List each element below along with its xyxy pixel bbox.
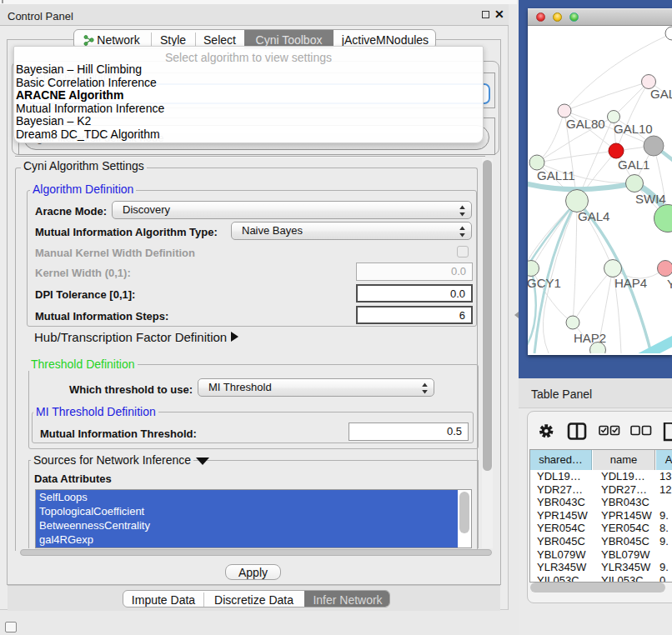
svg-text:HAP2: HAP2 xyxy=(574,331,606,345)
svg-text:GAL80: GAL80 xyxy=(566,117,605,131)
svg-text:GAL8: GAL8 xyxy=(650,87,672,101)
svg-text:Y: Y xyxy=(667,277,672,291)
svg-text:GCY1: GCY1 xyxy=(528,276,561,290)
svg-text:SWI4: SWI4 xyxy=(635,192,666,206)
svg-text:GAL11: GAL11 xyxy=(537,168,575,182)
svg-text:GAL10: GAL10 xyxy=(614,122,653,136)
svg-text:GAL4: GAL4 xyxy=(578,209,609,223)
svg-text:HAP4: HAP4 xyxy=(614,276,647,290)
svg-text:GAL1: GAL1 xyxy=(618,158,649,172)
